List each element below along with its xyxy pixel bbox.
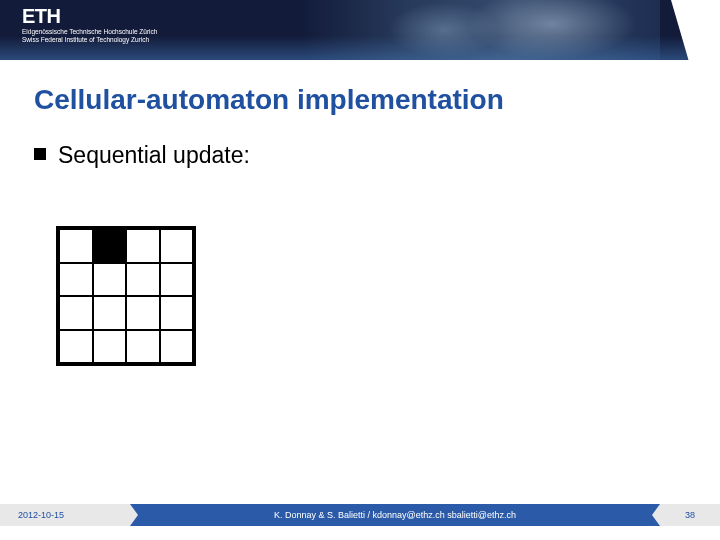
header-banner-image	[300, 0, 660, 60]
grid-cell	[93, 263, 127, 297]
grid-cell	[126, 296, 160, 330]
footer-authors: K. Donnay & S. Balietti / kdonnay@ethz.c…	[130, 504, 660, 526]
grid-cell	[160, 296, 194, 330]
bullet-text: Sequential update:	[58, 142, 250, 169]
grid-cell	[160, 330, 194, 364]
bullet-marker	[34, 148, 46, 160]
slide-content: Cellular-automaton implementation Sequen…	[0, 60, 720, 169]
grid-cell	[93, 296, 127, 330]
eth-logo: ETH Eidgenössische Technische Hochschule…	[22, 6, 157, 44]
grid-cell	[126, 330, 160, 364]
grid-cell	[93, 229, 127, 263]
grid-cell	[59, 296, 93, 330]
bullet-item: Sequential update:	[34, 142, 686, 169]
footer-date: 2012-10-15	[0, 504, 130, 526]
grid-cell	[59, 330, 93, 364]
logo-text: ETH	[22, 6, 157, 26]
grid-cell	[126, 263, 160, 297]
grid-cell	[59, 229, 93, 263]
grid-cell	[59, 263, 93, 297]
grid-cell	[160, 263, 194, 297]
grid-cell	[93, 330, 127, 364]
grid-cell	[126, 229, 160, 263]
slide-footer: 2012-10-15 K. Donnay & S. Balietti / kdo…	[0, 504, 720, 526]
grid-cell	[160, 229, 194, 263]
header-curve	[650, 0, 720, 60]
slide-title: Cellular-automaton implementation	[34, 84, 686, 116]
automaton-grid	[56, 226, 196, 366]
slide-header: ETH Eidgenössische Technische Hochschule…	[0, 0, 720, 60]
logo-subtitle: Eidgenössische Technische Hochschule Zür…	[22, 28, 157, 44]
footer-page-number: 38	[660, 504, 720, 526]
